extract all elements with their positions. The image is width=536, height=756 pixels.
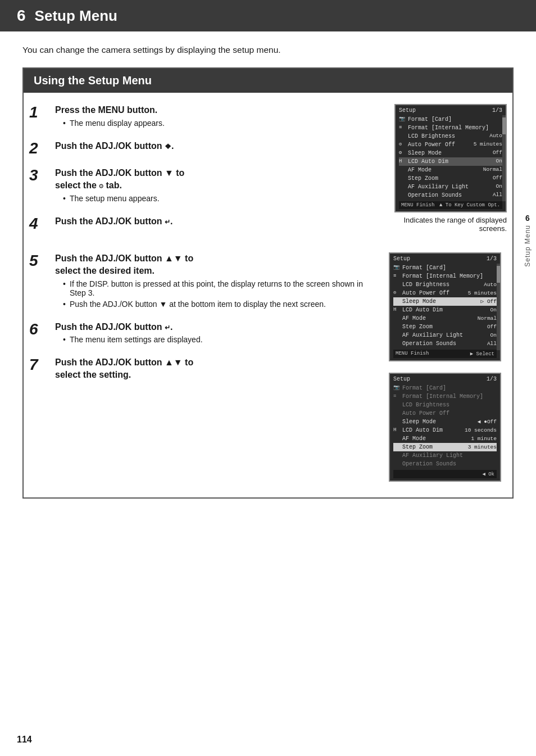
steps-area: 1 Press the MENU button. The menu displa… (24, 93, 512, 497)
lcd-title-bar-3: Setup 1/3 (393, 376, 497, 382)
lcd-s2-label-6: LCD Auto Dim (401, 306, 490, 314)
step-7-number: 7 (29, 356, 55, 374)
lcd-row-1: 📷 Format [Card] (399, 115, 502, 124)
step-4-number: 4 (29, 215, 55, 233)
step-3-bullet-1: The setup menu appears. (63, 194, 379, 203)
lcd-s2-label-10: Operation Sounds (401, 340, 487, 347)
lcd-s3-row-9: AF Auxiliary Light (393, 451, 497, 460)
lcd-icon-setup: ⚙ (399, 150, 407, 157)
lcd-s3-label-8: Step Zoom (401, 443, 468, 451)
lcd-label-format-card: Format [Card] (407, 116, 502, 123)
lcd-label-brightness: LCD Brightness (407, 133, 489, 140)
lcd-s3-row-4: Auto Power Off (393, 409, 497, 418)
lcd-s3-label-7: AF Mode (401, 435, 471, 442)
lcd-s2-icon-2: ≡ (393, 273, 401, 280)
step-7-title: Push the ADJ./OK button ▲▼ toselect the … (55, 356, 380, 381)
main-content: You can change the camera settings by di… (0, 31, 536, 526)
step-5: 5 Push the ADJ./OK button ▲▼ toselect th… (29, 252, 380, 310)
step-5-bullet-1: If the DISP. button is pressed at this p… (63, 279, 380, 297)
lcd-val-stepzoom: Off (493, 175, 502, 182)
lcd-row-2: ≡ Format [Internal Memory] (399, 124, 502, 132)
step-7: 7 Push the ADJ./OK button ▲▼ toselect th… (29, 356, 380, 383)
section-header: Using the Setup Menu (24, 69, 512, 93)
lcd-s3-row-7: AF Mode 1 minute (393, 434, 497, 443)
lcd-label-stepzoom: Step Zoom (407, 175, 493, 182)
lcd-s2-val-3: Auto (484, 282, 497, 288)
step-1: 1 Press the MENU button. The menu displa… (29, 104, 379, 130)
lcd-s2-label-8: Step Zoom (401, 323, 487, 331)
chapter-title: Setup Menu (35, 7, 117, 25)
lcd-label-sleep: Sleep Mode (407, 150, 493, 157)
lcd-footer-right-3: ◀ Ok (482, 471, 494, 477)
lcd-icon-camera: 📷 (399, 116, 407, 123)
step-1-title: Press the MENU button. (55, 104, 379, 116)
lcd-s2-row-2: ≡ Format [Internal Memory] (393, 272, 497, 280)
lcd-label-afmode: AF Mode (407, 166, 483, 174)
lcd-row-5: ⚙ Sleep Mode Off (399, 149, 502, 157)
lcd-screen-2: Setup 1/3 📷 Format [Card] ≡ Format [Inte… (389, 252, 501, 361)
page-footer: 114 (17, 735, 32, 745)
step-1-bullets: The menu display appears. (55, 119, 379, 128)
lcd-s3-label-5: Sleep Mode (401, 418, 478, 425)
step-2-content: Push the ADJ./OK button ❖. (55, 140, 379, 155)
step-1-content: Press the MENU button. The menu display … (55, 104, 379, 130)
lcd-row-3: LCD Brightness Auto (399, 132, 502, 141)
lcd-row-4: ⊙ Auto Power Off 5 minutes (399, 141, 502, 149)
intro-text: You can change the camera settings by di… (22, 45, 514, 55)
lcd-s3-row-3: LCD Brightness (393, 401, 497, 409)
lcd-s2-label-7: AF Mode (401, 315, 478, 322)
lcd-s3-val-8: 3 minutes (468, 444, 497, 451)
lcd-page-2: 1/3 (487, 256, 497, 262)
step-5-content: Push the ADJ./OK button ▲▼ toselect the … (55, 252, 380, 310)
lcd-s2-row-4: ⊙ Auto Power Off 5 minutes (393, 289, 497, 297)
lcd-s2-label-1: Format [Card] (401, 264, 497, 271)
step-4: 4 Push the ADJ./OK button ↵. (29, 215, 379, 233)
lcd-s3-row-10: Operation Sounds (393, 460, 497, 468)
lcd-row-7: AF Mode Normal (399, 166, 502, 174)
chapter-number: 6 (17, 7, 26, 25)
step-6-number: 6 (29, 321, 55, 338)
lcd-s3-val-6: 10 seconds (465, 427, 497, 434)
step-1-bullet-1: The menu display appears. (63, 119, 379, 128)
lcd-title-1: Setup (399, 107, 416, 114)
step-3-content: Push the ADJ./OK button ▼ toselect the ⚙… (55, 167, 379, 205)
sidebar-chapter-number: 6 (525, 214, 530, 223)
lcd-scrollbar-1 (502, 115, 506, 201)
lcd-icon-mem: ≡ (399, 125, 407, 132)
lcd-val-afmode: Normal (483, 166, 502, 173)
step-6-bullet-1: The menu item settings are displayed. (63, 335, 380, 344)
lcd-s2-row-6: H LCD Auto Dim On (393, 306, 497, 314)
lcd-s3-label-9: AF Auxiliary Light (401, 452, 497, 459)
step-5-number: 5 (29, 252, 55, 270)
lcd-s3-val-5: ◀ ●Off (478, 419, 497, 425)
lcd-footer-1: MENU Finish ▲ To Key Custom Opt. (399, 201, 502, 209)
step-6: 6 Push the ADJ./OK button ↵. The menu it… (29, 321, 380, 347)
lcd-page-1: 1/3 (492, 107, 502, 114)
lcd-s2-label-3: LCD Brightness (401, 281, 484, 288)
lcd-footer-left-1: MENU Finish (401, 202, 434, 208)
lcd-row-8: Step Zoom Off (399, 174, 502, 183)
lcd-s3-label-1: Format [Card] (401, 384, 497, 392)
step-4-content: Push the ADJ./OK button ↵. (55, 215, 379, 230)
lcd-s2-val-6: On (490, 307, 497, 314)
screenshot-1-caption: Indicates the range of displayedscreens. (394, 216, 507, 233)
lcd-val-opsounds: All (493, 192, 502, 198)
lcd-s2-row-3: LCD Brightness Auto (393, 280, 497, 289)
lcd-row-6: H LCD Auto Dim On (399, 157, 502, 166)
lcd-screen-1: Setup 1/3 📷 Format [Card] ≡ Format [Inte… (394, 104, 507, 212)
lcd-footer-left-2: MENU Finish (396, 351, 429, 357)
lcd-scrollbar-thumb-1 (502, 117, 506, 134)
step-6-title: Push the ADJ./OK button ↵. (55, 321, 380, 333)
page-number: 114 (17, 735, 32, 745)
lcd-s2-row-8: Step Zoom Off (393, 323, 497, 331)
step-7-content: Push the ADJ./OK button ▲▼ toselect the … (55, 356, 380, 383)
step-6-bullets: The menu item settings are displayed. (55, 335, 380, 344)
lcd-s2-val-5: ▷ Off (480, 298, 497, 305)
lcd-title-2: Setup (393, 256, 410, 262)
lcd-val-afaux: On (496, 183, 502, 190)
step-2-title: Push the ADJ./OK button ❖. (55, 140, 379, 152)
lcd-s3-row-5: Sleep Mode ◀ ●Off (393, 418, 497, 426)
lcd-footer-3: ◀ Ok (393, 470, 497, 478)
step-5-title: Push the ADJ./OK button ▲▼ toselect the … (55, 252, 380, 277)
lcd-s2-row-7: AF Mode Normal (393, 314, 497, 323)
